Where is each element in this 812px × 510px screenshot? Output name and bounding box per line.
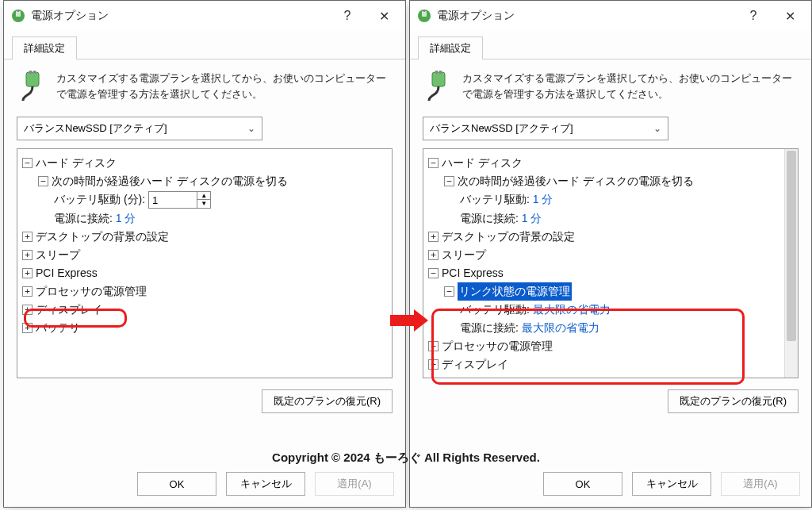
battery-minutes-spinner[interactable]: ▲▼ [148, 191, 211, 209]
tree-item-plugged[interactable]: 電源に接続: 1 分 [21, 209, 389, 228]
dialog-buttons: OK キャンセル 適用(A) [410, 464, 811, 507]
power-options-dialog-left: 電源オプション ? ✕ 詳細設定 カスタマイズする電源プランを選択してから、お使… [3, 0, 406, 508]
app-icon [416, 8, 432, 24]
svg-rect-10 [435, 71, 438, 74]
help-button[interactable]: ? [735, 3, 772, 29]
tree-item-pci-express[interactable]: +PCI Express [21, 264, 389, 282]
expand-icon[interactable]: + [22, 286, 33, 297]
settings-tree: −ハード ディスク −次の時間が経過後ハード ディスクの電源を切る バッテリ駆動… [17, 148, 393, 378]
arrow-icon [390, 309, 430, 332]
ok-button[interactable]: OK [137, 472, 216, 496]
expand-icon[interactable]: + [22, 268, 33, 278]
tab-row: 詳細設定 [410, 31, 811, 59]
tree-item-display[interactable]: +ディスプレイ [427, 355, 795, 374]
tree-item-desktop-bg[interactable]: +デスクトップの背景の設定 [21, 228, 389, 246]
svg-rect-4 [29, 71, 32, 74]
spin-down-icon[interactable]: ▼ [197, 200, 210, 208]
svg-rect-7 [422, 11, 427, 17]
tree-item-battery-min: バッテリ駆動 (分): ▲▼ [21, 190, 389, 209]
power-icon [17, 71, 48, 102]
ok-button[interactable]: OK [543, 472, 622, 496]
svg-rect-3 [26, 72, 39, 86]
tab-row: 詳細設定 [4, 31, 405, 59]
tree-item-sleep[interactable]: +スリープ [21, 246, 389, 264]
tree-item-display[interactable]: +ディスプレイ [21, 301, 389, 319]
collapse-icon[interactable]: − [38, 176, 48, 186]
tree-item-cpu-power[interactable]: +プロセッサの電源管理 [21, 282, 389, 301]
tree-item-hdd-turnoff[interactable]: −次の時間が経過後ハード ディスクの電源を切る [427, 172, 795, 190]
power-plan-select[interactable]: バランスNewSSD [アクティブ] ⌄ [17, 117, 262, 140]
close-button[interactable]: ✕ [772, 3, 808, 29]
expand-icon[interactable]: + [428, 341, 439, 351]
titlebar: 電源オプション ? ✕ [4, 1, 405, 31]
tree-item-pci-express[interactable]: −PCI Express [427, 264, 795, 282]
tree-item-plugged[interactable]: 電源に接続: 1 分 [427, 209, 795, 228]
tab-advanced[interactable]: 詳細設定 [12, 36, 77, 59]
selected-item-label: リンク状態の電源管理 [458, 282, 572, 301]
tree-item-desktop-bg[interactable]: +デスクトップの背景の設定 [427, 228, 795, 246]
scrollbar-thumb[interactable] [787, 151, 796, 341]
expand-icon[interactable]: + [22, 232, 33, 242]
app-icon [10, 8, 26, 24]
restore-defaults-button[interactable]: 既定のプランの復元(R) [668, 389, 799, 413]
pci-plugged-value-link[interactable]: 最大限の省電力 [522, 319, 599, 337]
help-button[interactable]: ? [329, 3, 366, 29]
expand-icon[interactable]: + [22, 250, 33, 260]
tree-item-battery[interactable]: +バッテリ [21, 319, 389, 337]
battery-value-link[interactable]: 1 分 [533, 190, 553, 209]
plan-label: バランスNewSSD [アクティブ] [24, 121, 167, 136]
tree-item-pci-plugged[interactable]: 電源に接続: 最大限の省電力 [427, 319, 795, 337]
apply-button[interactable]: 適用(A) [315, 472, 394, 496]
expand-icon[interactable]: + [22, 305, 33, 315]
expand-icon[interactable]: + [428, 359, 439, 370]
apply-button[interactable]: 適用(A) [721, 472, 800, 496]
tree-item-hdd-turnoff[interactable]: −次の時間が経過後ハード ディスクの電源を切る [21, 172, 389, 190]
power-icon [423, 71, 454, 102]
power-options-dialog-right: 電源オプション ? ✕ 詳細設定 カスタマイズする電源プランを選択してから、お使… [409, 0, 812, 508]
window-title: 電源オプション [31, 9, 329, 23]
description-text: カスタマイズする電源プランを選択してから、お使いのコンピューターで電源を管理する… [56, 71, 393, 102]
close-button[interactable]: ✕ [366, 3, 402, 29]
expand-icon[interactable]: + [428, 232, 439, 242]
chevron-down-icon: ⌄ [653, 123, 661, 134]
tree-item-harddisk[interactable]: −ハード ディスク [21, 154, 389, 172]
cancel-button[interactable]: キャンセル [632, 472, 711, 496]
tree-item-sleep[interactable]: +スリープ [427, 246, 795, 264]
collapse-icon[interactable]: − [428, 268, 439, 278]
svg-rect-8 [423, 10, 425, 12]
settings-tree: −ハード ディスク −次の時間が経過後ハード ディスクの電源を切る バッテリ駆動… [423, 148, 799, 378]
plugged-value-link[interactable]: 1 分 [522, 209, 542, 228]
svg-rect-11 [439, 71, 442, 74]
titlebar: 電源オプション ? ✕ [410, 1, 811, 31]
tree-item-pci-battery[interactable]: バッテリ駆動: 最大限の省電力 [427, 301, 795, 319]
svg-rect-5 [33, 71, 36, 74]
description-text: カスタマイズする電源プランを選択してから、お使いのコンピューターで電源を管理する… [462, 71, 799, 102]
plugged-value-link[interactable]: 1 分 [116, 209, 136, 228]
cancel-button[interactable]: キャンセル [226, 472, 305, 496]
restore-defaults-button[interactable]: 既定のプランの復元(R) [262, 389, 393, 413]
scrollbar[interactable] [784, 149, 798, 378]
collapse-icon[interactable]: − [444, 176, 454, 186]
expand-icon[interactable]: + [428, 250, 439, 260]
dialog-buttons: OK キャンセル 適用(A) [4, 464, 405, 507]
svg-rect-1 [16, 11, 21, 17]
battery-minutes-input[interactable] [149, 194, 197, 206]
collapse-icon[interactable]: − [444, 286, 454, 297]
tree-item-pci-link-state[interactable]: −リンク状態の電源管理 [427, 282, 795, 301]
power-plan-select[interactable]: バランスNewSSD [アクティブ] ⌄ [423, 117, 668, 140]
chevron-down-icon: ⌄ [247, 123, 255, 134]
svg-rect-2 [17, 10, 19, 12]
expand-icon[interactable]: + [22, 323, 33, 333]
tree-item-cpu-power[interactable]: +プロセッサの電源管理 [427, 337, 795, 355]
collapse-icon[interactable]: − [428, 158, 439, 168]
svg-rect-9 [432, 72, 445, 86]
tree-item-harddisk[interactable]: −ハード ディスク [427, 154, 795, 172]
tab-advanced[interactable]: 詳細設定 [418, 36, 483, 59]
window-title: 電源オプション [437, 9, 735, 23]
plan-label: バランスNewSSD [アクティブ] [430, 121, 573, 136]
pci-battery-value-link[interactable]: 最大限の省電力 [533, 301, 611, 319]
collapse-icon[interactable]: − [22, 158, 33, 168]
tree-item-battery[interactable]: バッテリ駆動: 1 分 [427, 190, 795, 209]
